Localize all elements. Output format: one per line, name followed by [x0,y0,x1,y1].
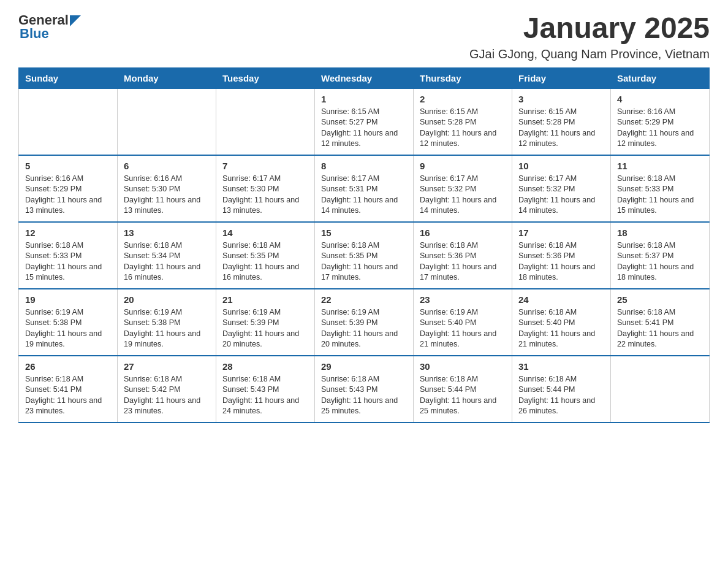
calendar-week-row: 1Sunrise: 6:15 AMSunset: 5:27 PMDaylight… [19,88,710,155]
calendar-cell: 16Sunrise: 6:18 AMSunset: 5:36 PMDayligh… [414,222,512,289]
day-info: Sunrise: 6:18 AMSunset: 5:35 PMDaylight:… [321,240,407,283]
day-info: Sunrise: 6:18 AMSunset: 5:43 PMDaylight:… [321,374,407,417]
calendar-cell: 24Sunrise: 6:18 AMSunset: 5:40 PMDayligh… [512,289,611,356]
day-info: Sunrise: 6:18 AMSunset: 5:36 PMDaylight:… [518,240,604,283]
day-number: 22 [321,294,407,305]
day-number: 12 [25,228,111,238]
day-number: 16 [420,228,506,238]
column-header-tuesday: Tuesday [216,67,315,88]
day-number: 14 [222,228,308,238]
calendar-cell: 20Sunrise: 6:19 AMSunset: 5:38 PMDayligh… [118,289,216,356]
calendar-cell: 13Sunrise: 6:18 AMSunset: 5:34 PMDayligh… [118,222,216,289]
calendar-cell: 31Sunrise: 6:18 AMSunset: 5:44 PMDayligh… [512,356,611,423]
day-info: Sunrise: 6:18 AMSunset: 5:44 PMDaylight:… [420,374,506,417]
calendar-cell: 5Sunrise: 6:16 AMSunset: 5:29 PMDaylight… [19,155,118,222]
calendar-cell: 14Sunrise: 6:18 AMSunset: 5:35 PMDayligh… [216,222,315,289]
day-number: 9 [420,161,506,171]
day-number: 18 [617,228,703,238]
calendar-cell: 11Sunrise: 6:18 AMSunset: 5:33 PMDayligh… [611,155,710,222]
calendar-cell: 12Sunrise: 6:18 AMSunset: 5:33 PMDayligh… [19,222,118,289]
day-info: Sunrise: 6:18 AMSunset: 5:44 PMDaylight:… [518,374,604,417]
logo: General Blue [18,12,81,42]
column-header-saturday: Saturday [611,67,710,88]
day-number: 21 [222,294,308,305]
day-info: Sunrise: 6:18 AMSunset: 5:37 PMDaylight:… [617,240,703,283]
calendar-cell: 28Sunrise: 6:18 AMSunset: 5:43 PMDayligh… [216,356,315,423]
calendar-cell: 10Sunrise: 6:17 AMSunset: 5:32 PMDayligh… [512,155,611,222]
day-info: Sunrise: 6:18 AMSunset: 5:33 PMDaylight:… [25,240,111,283]
day-info: Sunrise: 6:19 AMSunset: 5:39 PMDaylight:… [321,307,407,350]
calendar-cell: 29Sunrise: 6:18 AMSunset: 5:43 PMDayligh… [315,356,414,423]
logo-text-blue: Blue [20,26,49,42]
day-number: 15 [321,228,407,238]
calendar-cell: 27Sunrise: 6:18 AMSunset: 5:42 PMDayligh… [118,356,216,423]
day-info: Sunrise: 6:18 AMSunset: 5:42 PMDaylight:… [124,374,210,417]
day-info: Sunrise: 6:15 AMSunset: 5:27 PMDaylight:… [321,107,407,150]
calendar-cell: 3Sunrise: 6:15 AMSunset: 5:28 PMDaylight… [512,88,611,155]
day-info: Sunrise: 6:15 AMSunset: 5:28 PMDaylight:… [518,107,604,150]
day-number: 11 [617,161,703,171]
day-info: Sunrise: 6:18 AMSunset: 5:43 PMDaylight:… [222,374,308,417]
day-info: Sunrise: 6:15 AMSunset: 5:28 PMDaylight:… [420,107,506,150]
day-number: 8 [321,161,407,171]
calendar-cell: 8Sunrise: 6:17 AMSunset: 5:31 PMDaylight… [315,155,414,222]
calendar-cell: 30Sunrise: 6:18 AMSunset: 5:44 PMDayligh… [414,356,512,423]
day-number: 5 [25,161,111,171]
day-info: Sunrise: 6:18 AMSunset: 5:36 PMDaylight:… [420,240,506,283]
calendar-cell: 22Sunrise: 6:19 AMSunset: 5:39 PMDayligh… [315,289,414,356]
day-info: Sunrise: 6:17 AMSunset: 5:32 PMDaylight:… [420,174,506,216]
calendar-cell: 15Sunrise: 6:18 AMSunset: 5:35 PMDayligh… [315,222,414,289]
day-number: 26 [25,361,111,372]
calendar-cell: 2Sunrise: 6:15 AMSunset: 5:28 PMDaylight… [414,88,512,155]
day-info: Sunrise: 6:16 AMSunset: 5:30 PMDaylight:… [124,174,210,216]
calendar-week-row: 26Sunrise: 6:18 AMSunset: 5:41 PMDayligh… [19,356,710,423]
calendar-cell [118,88,216,155]
calendar-title: January 2025 [469,12,710,45]
calendar-cell: 18Sunrise: 6:18 AMSunset: 5:37 PMDayligh… [611,222,710,289]
calendar-cell: 25Sunrise: 6:18 AMSunset: 5:41 PMDayligh… [611,289,710,356]
column-header-sunday: Sunday [19,67,118,88]
calendar-cell [19,88,118,155]
day-number: 4 [617,94,703,104]
calendar-cell: 4Sunrise: 6:16 AMSunset: 5:29 PMDaylight… [611,88,710,155]
calendar-cell: 6Sunrise: 6:16 AMSunset: 5:30 PMDaylight… [118,155,216,222]
calendar-cell [216,88,315,155]
day-number: 1 [321,94,407,104]
calendar-cell: 23Sunrise: 6:19 AMSunset: 5:40 PMDayligh… [414,289,512,356]
day-number: 6 [124,161,210,171]
day-info: Sunrise: 6:18 AMSunset: 5:35 PMDaylight:… [222,240,308,283]
column-header-wednesday: Wednesday [315,67,414,88]
day-number: 7 [222,161,308,171]
calendar-table: SundayMondayTuesdayWednesdayThursdayFrid… [18,67,710,423]
svg-marker-0 [70,15,81,26]
calendar-cell: 21Sunrise: 6:19 AMSunset: 5:39 PMDayligh… [216,289,315,356]
calendar-cell: 19Sunrise: 6:19 AMSunset: 5:38 PMDayligh… [19,289,118,356]
day-info: Sunrise: 6:17 AMSunset: 5:32 PMDaylight:… [518,174,604,216]
day-number: 19 [25,294,111,305]
day-info: Sunrise: 6:19 AMSunset: 5:38 PMDaylight:… [25,307,111,350]
day-number: 29 [321,361,407,372]
day-number: 31 [518,361,604,372]
calendar-subtitle: GJai GJong, Quang Nam Province, Vietnam [469,47,710,61]
day-number: 13 [124,228,210,238]
day-info: Sunrise: 6:16 AMSunset: 5:29 PMDaylight:… [25,174,111,216]
page-header: General Blue January 2025 GJai GJong, Qu… [18,12,710,61]
day-number: 25 [617,294,703,305]
day-info: Sunrise: 6:18 AMSunset: 5:41 PMDaylight:… [25,374,111,417]
day-info: Sunrise: 6:19 AMSunset: 5:39 PMDaylight:… [222,307,308,350]
day-number: 27 [124,361,210,372]
calendar-week-row: 5Sunrise: 6:16 AMSunset: 5:29 PMDaylight… [19,155,710,222]
calendar-cell: 17Sunrise: 6:18 AMSunset: 5:36 PMDayligh… [512,222,611,289]
day-info: Sunrise: 6:17 AMSunset: 5:31 PMDaylight:… [321,174,407,216]
calendar-week-row: 12Sunrise: 6:18 AMSunset: 5:33 PMDayligh… [19,222,710,289]
day-number: 2 [420,94,506,104]
day-info: Sunrise: 6:16 AMSunset: 5:29 PMDaylight:… [617,107,703,150]
day-number: 17 [518,228,604,238]
day-info: Sunrise: 6:18 AMSunset: 5:41 PMDaylight:… [617,307,703,350]
day-info: Sunrise: 6:18 AMSunset: 5:34 PMDaylight:… [124,240,210,283]
day-number: 23 [420,294,506,305]
day-number: 30 [420,361,506,372]
day-info: Sunrise: 6:17 AMSunset: 5:30 PMDaylight:… [222,174,308,216]
calendar-cell: 26Sunrise: 6:18 AMSunset: 5:41 PMDayligh… [19,356,118,423]
title-section: January 2025 GJai GJong, Quang Nam Provi… [469,12,710,61]
